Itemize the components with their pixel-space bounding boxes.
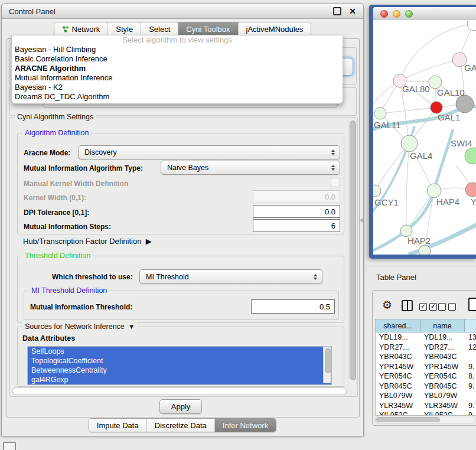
data-attributes-list[interactable]: SelfLoopsTopologicalCoefficientBetweenne… [27,346,332,385]
deselect-all-icon[interactable] [438,303,456,311]
columns-icon[interactable] [402,300,413,311]
network-edge[interactable] [406,144,409,231]
scrollbar-thumb[interactable] [325,348,331,373]
dropdown-item[interactable]: Mutual Information Inference [12,73,343,83]
attribute-list-item[interactable]: BetweennessCentrality [28,366,331,375]
table-cell[interactable]: YBL079W [420,391,465,401]
tab-discretize-data[interactable]: Discretize Data [147,419,215,432]
table-cell[interactable]: YBR043C [376,352,420,362]
table-row[interactable]: YER054CYER054C8. [376,371,476,381]
settings-vertical-scrollbar[interactable] [348,119,356,386]
tab-cyni-toolbox[interactable]: Cyni Toolbox [178,22,238,35]
table-cell[interactable]: 9. [465,362,476,372]
table-cell[interactable]: YER054C [376,371,420,381]
table-cell[interactable]: YER054C [420,371,465,381]
table-cell[interactable]: YBR043C [420,352,465,362]
table-column-header[interactable]: shared... [376,319,420,332]
close-traffic-icon[interactable] [380,10,388,18]
table-column-header[interactable] [465,319,476,332]
collapse-arrow-icon[interactable]: ▼ [126,323,135,330]
settings-horizontal-scrollbar[interactable] [12,387,347,395]
sources-group-title[interactable]: Sources for Network Inference ▼ [22,322,137,331]
tab-jactivemnodules[interactable]: jActiveMNodules [239,22,311,35]
network-node[interactable] [456,95,474,113]
dropdown-item[interactable]: ARACNE Algorithm [12,64,343,73]
table-row[interactable]: YPR145WYPR145W9. [376,362,476,372]
close-icon[interactable]: ✕ [349,7,356,15]
attribute-list-scrollbar[interactable] [323,347,331,383]
zoom-traffic-icon[interactable] [405,10,413,18]
table-cell[interactable] [465,391,476,401]
table-cell[interactable]: YLR345W [420,401,465,411]
network-node[interactable] [374,107,386,119]
tab-impute-data[interactable]: Impute Data [89,419,147,432]
network-node[interactable] [465,182,476,197]
table-row[interactable]: YLR345WYLR345W9. [376,401,476,411]
network-node[interactable] [419,245,431,255]
table-cell[interactable]: YBR045C [420,381,465,392]
table-horizontal-scrollbar[interactable] [375,416,475,423]
table-cell[interactable]: YBL079W [376,391,420,401]
tab-style[interactable]: Style [108,22,141,35]
attribute-list-item[interactable]: SelfLoops [28,347,331,356]
mi-threshold-field[interactable]: 0.5 [251,299,335,314]
table-row[interactable]: YBL079WYBL079W [376,391,476,401]
select-all-icon[interactable]: ✓✓ [419,303,437,311]
network-edge[interactable] [380,107,436,113]
table-cell[interactable]: YDL19... [420,332,465,343]
float-window-icon[interactable] [333,7,341,15]
minimized-panel-icon[interactable] [3,442,16,450]
table-cell[interactable] [465,352,476,362]
table-cell[interactable]: YPR145W [376,362,420,372]
aracne-mode-combobox[interactable]: Discovery [78,145,340,159]
network-window-titlebar[interactable] [373,7,476,21]
apply-button[interactable]: Apply [159,399,202,414]
mi-type-combobox[interactable]: Naive Bayes [161,161,340,175]
table-row[interactable]: YDR27...YDR27...12 [376,343,476,353]
scrollbar-thumb[interactable] [376,417,440,422]
table-row[interactable]: YBR043CYBR043C [376,352,476,362]
table-cell[interactable]: 13 [465,332,476,343]
network-graph[interactable]: GALGAL80GAL10GAL1GAL11GAL4SWI4GCY1HAP4YH… [373,20,476,255]
table-cell[interactable]: 8. [465,371,476,381]
table-cell[interactable]: YIL052C [376,410,420,415]
table-row[interactable]: YDL19...YDL19...13 [376,332,476,343]
table-cell[interactable]: YLR345W [376,401,420,411]
network-node[interactable] [401,135,418,152]
network-node[interactable] [373,185,381,197]
panel-splitter-arrow-icon[interactable] [360,217,363,223]
network-canvas[interactable]: GALGAL80GAL10GAL1GAL11GAL4SWI4GCY1HAP4YH… [373,20,476,255]
table-cell[interactable]: 9. [465,381,476,392]
network-edge[interactable] [400,24,474,81]
which-threshold-combobox[interactable]: MI Threshold [139,269,322,284]
table-cell[interactable]: YIL052C [420,410,465,415]
gear-icon[interactable]: ⚙ [382,298,392,312]
table-cell[interactable]: YDR27... [420,343,465,353]
table-cell[interactable]: YPR145W [420,362,465,372]
tab-infer-network[interactable]: Infer Network [215,419,276,432]
table-column-header[interactable]: name [420,319,465,332]
document-icon[interactable] [468,298,476,311]
tab-network[interactable]: Network [54,22,109,35]
dropdown-item[interactable]: Dream8 DC_TDC Algorithm [12,92,343,102]
table-cell[interactable]: YDR27... [376,343,420,353]
network-node[interactable] [427,184,441,198]
table-cell[interactable]: 9 [465,410,476,415]
attribute-list-item[interactable]: gal4RGexp [28,375,331,384]
mi-steps-field[interactable]: 6 [253,219,340,232]
table-cell[interactable]: YBR045C [376,381,420,392]
tab-select[interactable]: Select [141,22,178,35]
network-node[interactable] [431,102,442,113]
hub-definition-expander[interactable]: Hub/Transcription Factor Definition ▶ [23,237,152,246]
table-cell[interactable]: 12 [465,343,476,353]
dropdown-item[interactable]: Basic Correlation Inference [12,54,343,64]
table-cell[interactable]: 9. [465,401,476,411]
network-node[interactable] [400,225,412,237]
attribute-list-item[interactable]: TopologicalCoefficient [28,356,331,366]
network-node[interactable] [429,76,442,89]
table-cell[interactable]: YDL19... [376,332,420,343]
table-row[interactable]: YBR045CYBR045C9. [376,381,476,392]
dpi-tolerance-field[interactable]: 0.0 [253,205,340,218]
minimize-traffic-icon[interactable] [393,10,400,18]
table-row[interactable]: YIL052CYIL052C9 [376,410,476,415]
